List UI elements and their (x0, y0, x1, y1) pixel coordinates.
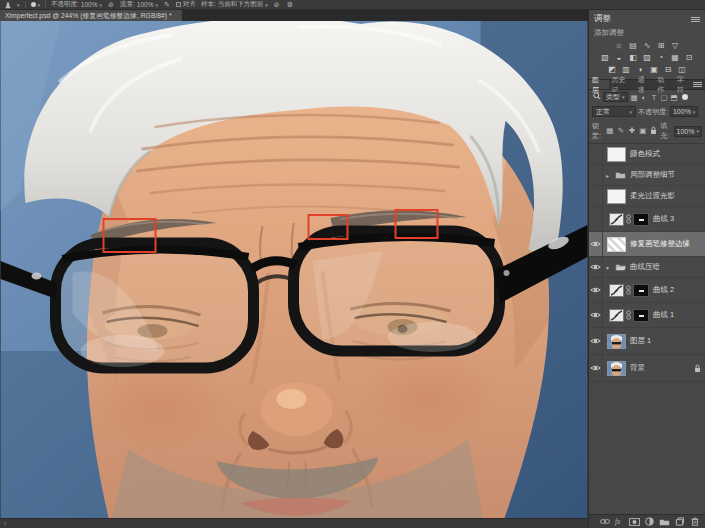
new-layer-icon[interactable] (674, 516, 685, 527)
adj-pattern-icon[interactable]: ⊡ (684, 52, 694, 62)
adj-posterize-icon[interactable]: ▥ (621, 64, 631, 74)
add-layer-mask-icon[interactable] (629, 516, 640, 527)
filter-toggle-icon[interactable] (682, 94, 688, 100)
layer-thumbnail[interactable] (607, 361, 626, 376)
link-layers-icon[interactable] (599, 516, 610, 527)
adj-gradient-map-icon[interactable]: ▣ (649, 64, 659, 74)
visibility-on-icon[interactable] (589, 303, 603, 327)
adj-color-balance-icon[interactable]: ◒ (614, 52, 624, 62)
delete-layer-icon[interactable] (689, 516, 700, 527)
layer-row[interactable]: 曲线 2 (589, 278, 705, 303)
adj-black-white-icon[interactable]: ◧ (628, 52, 638, 62)
filter-adjustment-layers-icon[interactable]: ◐ (640, 93, 649, 102)
layer-row[interactable]: 修复画笔修整边缘 (589, 232, 705, 257)
visibility-off-icon[interactable] (589, 144, 603, 164)
layer-row[interactable]: 柔光过渡光影 (589, 186, 705, 207)
lock-transparency-icon[interactable]: ▦ (605, 126, 614, 137)
panel-tab-4[interactable]: 字符 (674, 80, 694, 89)
layer-row[interactable]: ▸局部调整细节 (589, 165, 705, 186)
layer-name[interactable]: 曲线压暗 (630, 262, 705, 272)
panel-menu-icon[interactable] (691, 16, 700, 23)
aligned-checkbox[interactable]: 对齐 (176, 0, 196, 9)
filter-smart-objects-icon[interactable]: ⬒ (670, 93, 679, 102)
adj-photo-filter-icon[interactable]: ▨ (642, 52, 652, 62)
layer-thumbnail[interactable] (607, 147, 626, 162)
ignore-adjustment-layers-icon[interactable]: ⊘ (273, 1, 281, 9)
lock-position-icon[interactable]: ✚ (627, 126, 636, 137)
adj-hue-saturation-icon[interactable]: ▧ (600, 52, 610, 62)
clone-stamp-tool-icon[interactable] (4, 1, 12, 9)
layer-mask-thumbnail[interactable] (633, 284, 649, 297)
new-group-icon[interactable] (659, 516, 670, 527)
layer-row[interactable]: 背景 (589, 355, 705, 382)
adj-color-lookup-icon[interactable]: ▦ (670, 52, 680, 62)
group-collapse-icon[interactable]: ▾ (606, 264, 614, 271)
adj-curves-icon[interactable]: ∿ (642, 40, 652, 50)
layer-row[interactable]: 曲线 1 (589, 303, 705, 328)
visibility-on-icon[interactable] (589, 328, 603, 354)
pressure-opacity-toggle-icon[interactable]: ⊘ (107, 1, 115, 9)
group-expand-icon[interactable]: ▸ (606, 172, 614, 179)
curves-adjustment-thumbnail[interactable] (609, 309, 624, 322)
layer-thumbnail[interactable] (607, 334, 626, 349)
layer-mask-thumbnail[interactable] (633, 309, 649, 322)
layer-name[interactable]: 曲线 2 (653, 285, 705, 295)
panel-tab-layers[interactable]: 图层 (589, 80, 609, 89)
filter-shape-layers-icon[interactable]: ▢ (660, 93, 669, 102)
layer-thumbnail[interactable] (607, 189, 626, 204)
blend-mode-select[interactable]: 正常 ▾ (592, 106, 636, 117)
canvas[interactable] (0, 21, 588, 518)
visibility-off-icon[interactable] (589, 186, 603, 206)
layer-name[interactable]: 曲线 1 (653, 310, 705, 320)
new-adjustment-layer-icon[interactable] (644, 516, 655, 527)
lock-artboard-icon[interactable]: ▣ (638, 126, 647, 137)
adj-vibrance-icon[interactable]: ▽ (670, 40, 680, 50)
layer-name[interactable]: 柔光过渡光影 (630, 191, 705, 201)
visibility-on-icon[interactable] (589, 278, 603, 302)
visibility-off-icon[interactable] (589, 165, 603, 185)
layer-thumbnail[interactable] (607, 237, 626, 252)
curves-adjustment-thumbnail[interactable] (609, 213, 624, 226)
adj-exposure-icon[interactable]: ⊞ (656, 40, 666, 50)
visibility-on-icon[interactable] (589, 355, 603, 381)
visibility-on-icon[interactable] (589, 257, 603, 277)
adj-brightness-contrast-icon[interactable]: ☼ (614, 40, 624, 50)
layer-row[interactable]: ▾曲线压暗 (589, 257, 705, 278)
layer-name[interactable]: 背景 (630, 363, 694, 373)
layers-panel-menu-icon[interactable] (693, 81, 702, 88)
layer-mask-thumbnail[interactable] (633, 213, 649, 226)
adj-invert-icon[interactable]: ◩ (607, 64, 617, 74)
layer-row[interactable]: 颜色模式 (589, 144, 705, 165)
layer-name[interactable]: 图层 1 (630, 336, 705, 346)
adj-selective-color-icon[interactable]: ⊟ (663, 64, 673, 74)
panel-tab-2[interactable]: 通道 (635, 80, 655, 89)
tool-preset-chevron-icon[interactable]: ▾ (17, 2, 20, 8)
panel-tab-1[interactable]: 历史记 (609, 80, 635, 89)
adj-levels-icon[interactable]: ▤ (628, 40, 638, 50)
panel-tab-3[interactable]: 动作 (654, 80, 674, 89)
brush-settings-icon[interactable]: ⚙ (286, 1, 294, 9)
visibility-on-icon[interactable] (589, 232, 603, 256)
curves-adjustment-thumbnail[interactable] (609, 284, 624, 297)
filter-kind-select[interactable]: 类型 ▾ (603, 92, 628, 102)
visibility-off-icon[interactable] (589, 207, 603, 231)
layer-name[interactable]: 局部调整细节 (630, 170, 705, 180)
airbrush-toggle-icon[interactable]: ✎ (163, 1, 171, 9)
opacity-field[interactable]: 不透明度: 100% ▾ (51, 0, 102, 9)
flow-field[interactable]: 流量: 100% ▾ (120, 0, 158, 9)
layer-name[interactable]: 颜色模式 (630, 149, 705, 159)
layers-fill-field[interactable]: 100% ▾ (674, 126, 702, 137)
adj-extra-icon[interactable]: ◫ (677, 64, 687, 74)
layer-row[interactable]: 曲线 3 (589, 207, 705, 232)
layer-row[interactable]: 图层 1 (589, 328, 705, 355)
layer-name[interactable]: 曲线 3 (653, 214, 705, 224)
layer-effects-icon[interactable]: fx (614, 516, 625, 527)
lock-all-icon[interactable] (649, 126, 658, 137)
layer-name[interactable]: 修复画笔修整边缘 (630, 239, 705, 249)
layers-opacity-field[interactable]: 100% ▾ (670, 106, 698, 117)
brush-preset-picker[interactable]: ▾ (31, 2, 41, 8)
lock-paint-icon[interactable]: ✎ (616, 126, 625, 137)
status-expand-icon[interactable]: › (4, 520, 6, 527)
filter-type-layers-icon[interactable]: T (650, 93, 659, 102)
adj-channel-mixer-icon[interactable]: ◔ (656, 52, 666, 62)
